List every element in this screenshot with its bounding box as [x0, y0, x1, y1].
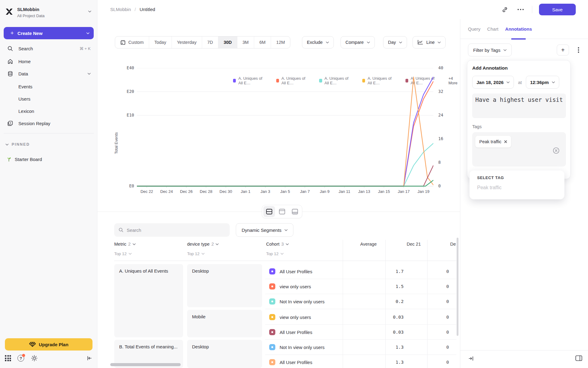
tag-option-peak-traffic[interactable]: Peak traffic: [477, 185, 557, 190]
range-30d[interactable]: 30D: [218, 36, 237, 48]
breadcrumb-page-title[interactable]: Untitled: [140, 7, 155, 12]
device-group-cell[interactable]: Mobile: [187, 310, 262, 337]
annotation-time-dropdown[interactable]: 12:36pm: [526, 76, 559, 89]
annotation-text-input[interactable]: Have a highest user visit: [472, 94, 566, 118]
tab-annotations[interactable]: Annotations: [505, 19, 532, 39]
tag-chip[interactable]: Peak traffic: [475, 136, 511, 148]
device-group-cell[interactable]: Desktop: [187, 340, 262, 368]
horizontal-scrollbar[interactable]: [110, 363, 181, 366]
tab-chart[interactable]: Chart: [487, 19, 499, 39]
plus-icon: +: [10, 30, 14, 36]
sidebar-item-starter-board[interactable]: Starter Board: [2, 153, 95, 165]
at-label: at: [518, 80, 522, 85]
chevron-down-icon: [286, 243, 289, 245]
create-new-button[interactable]: + Create New: [4, 27, 94, 39]
remove-tag-icon[interactable]: [504, 140, 507, 143]
dec21-value: 0: [412, 315, 456, 320]
exclude-dropdown[interactable]: Exclude: [302, 36, 334, 48]
y-axis-left-tick: E40: [116, 65, 134, 70]
sidebar-item-lexicon[interactable]: Lexicon: [2, 105, 95, 117]
cohort-swatch: [269, 283, 275, 289]
dynamic-segments-dropdown[interactable]: Dynamic Segments: [236, 223, 293, 237]
dec21-value: 0: [412, 284, 456, 289]
pinned-section-header[interactable]: PINNED: [6, 140, 91, 148]
sidebar-item-users[interactable]: Users: [2, 93, 95, 105]
tab-query[interactable]: Query: [468, 19, 481, 39]
save-button[interactable]: Save: [539, 4, 576, 15]
annotations-menu-button[interactable]: [575, 46, 582, 54]
layout-table-button[interactable]: [289, 206, 301, 217]
add-annotation-button[interactable]: +: [557, 44, 569, 56]
chart-type-dropdown[interactable]: Line: [413, 36, 446, 48]
cohort-column-header[interactable]: Cohort3: [266, 242, 289, 247]
breadcrumb-separator: /: [135, 7, 136, 12]
layout-chart-button[interactable]: [276, 206, 288, 217]
upgrade-plan-button[interactable]: Upgrade Plan: [5, 338, 92, 351]
cohort-swatch: [269, 268, 275, 274]
x-axis-tick: Dec 28: [195, 189, 217, 194]
table-row[interactable]: view only users 1.5 0: [266, 279, 456, 294]
clear-tags-button[interactable]: [552, 147, 560, 154]
metric-column-header[interactable]: Metric2: [114, 242, 136, 247]
range-7d[interactable]: 7D: [202, 36, 218, 48]
tags-input-area[interactable]: Peak traffic: [472, 132, 566, 167]
sidebar-item-events[interactable]: Events: [2, 80, 95, 93]
add-annotation-card: Add Annotation Jan 18, 2026 at 12:36pm H…: [467, 60, 571, 179]
range-3m[interactable]: 3M: [237, 36, 254, 48]
table-row[interactable]: Not In view only users 0.2 0: [266, 294, 456, 309]
x-axis-tick: Jan 19: [413, 189, 434, 194]
main-content: Custom Today Yesterday 7D 30D 3M 6M 12M …: [97, 19, 460, 368]
workspace-switcher[interactable]: SLMobbin All Project Data: [5, 6, 92, 21]
help-button[interactable]: ?: [17, 354, 25, 362]
collapse-sidebar-button[interactable]: [85, 354, 94, 362]
layout-split-button[interactable]: [263, 206, 275, 217]
sidebar-item-data[interactable]: Data: [2, 67, 95, 80]
range-6m[interactable]: 6M: [254, 36, 271, 48]
apps-grid-button[interactable]: [4, 354, 12, 362]
device-column-header[interactable]: device type2: [187, 242, 219, 247]
toggle-panel-button[interactable]: [575, 355, 583, 362]
chevron-down-icon: [216, 243, 219, 245]
compare-dropdown[interactable]: Compare: [341, 36, 375, 48]
device-group-cell[interactable]: Desktop: [187, 264, 262, 307]
breadcrumb-project[interactable]: SLMobbin: [110, 7, 131, 12]
copy-link-button[interactable]: [500, 5, 509, 14]
y-axis-left-tick: E20: [116, 89, 134, 94]
metric-top-filter[interactable]: Top 12: [114, 251, 132, 256]
create-new-label: Create New: [17, 31, 86, 36]
sidebar-item-session-replay[interactable]: Session Replay: [2, 117, 95, 129]
filter-by-tags-dropdown[interactable]: Filter by Tags: [468, 44, 512, 56]
sidebar-item-search[interactable]: Search ⌘ + K: [2, 42, 95, 55]
metric-group-cell[interactable]: A. Uniques of All Events: [114, 264, 183, 337]
device-top-filter[interactable]: Top 12: [187, 251, 205, 256]
table-row[interactable]: view only users 0.03 0: [266, 310, 456, 324]
vertical-scrollbar[interactable]: [457, 238, 458, 336]
toolbar-divider: [532, 6, 532, 13]
chevron-down-icon: [399, 41, 402, 44]
date-range-segmented-control: Custom Today Yesterday 7D 30D 3M 6M 12M: [115, 36, 290, 48]
table-row[interactable]: All User Profiles 1.7 0: [266, 264, 456, 279]
settings-button[interactable]: [30, 354, 39, 362]
average-value: 1.3: [349, 360, 412, 365]
range-today[interactable]: Today: [149, 36, 172, 48]
annotation-date-dropdown[interactable]: Jan 18, 2026: [472, 76, 514, 89]
range-12m[interactable]: 12M: [271, 36, 290, 48]
table-row[interactable]: Not In view only users 1.3 0: [266, 340, 456, 355]
cohort-top-filter[interactable]: Top 12: [266, 251, 284, 256]
top-bar: SLMobbin / Untitled Save: [97, 0, 588, 19]
more-options-button[interactable]: [516, 5, 525, 14]
chevron-down-icon: [367, 41, 370, 44]
granularity-dropdown[interactable]: Day: [383, 36, 407, 48]
search-icon: [7, 46, 13, 52]
chevron-down-icon: [438, 41, 441, 44]
sidebar-item-home[interactable]: Home: [2, 55, 95, 67]
expand-panel-button[interactable]: [468, 355, 474, 362]
table-row[interactable]: All User Profiles 0.03 0: [266, 325, 456, 339]
table-search-input[interactable]: [127, 228, 225, 233]
y-axis-title: Total Events: [114, 132, 119, 154]
table-row[interactable]: All User Profiles 1.3 0: [266, 355, 456, 368]
annotation-card-title: Add Annotation: [472, 65, 565, 71]
range-custom[interactable]: Custom: [115, 36, 149, 48]
range-yesterday[interactable]: Yesterday: [172, 36, 202, 48]
x-axis-tick: Jan 7: [294, 189, 316, 194]
